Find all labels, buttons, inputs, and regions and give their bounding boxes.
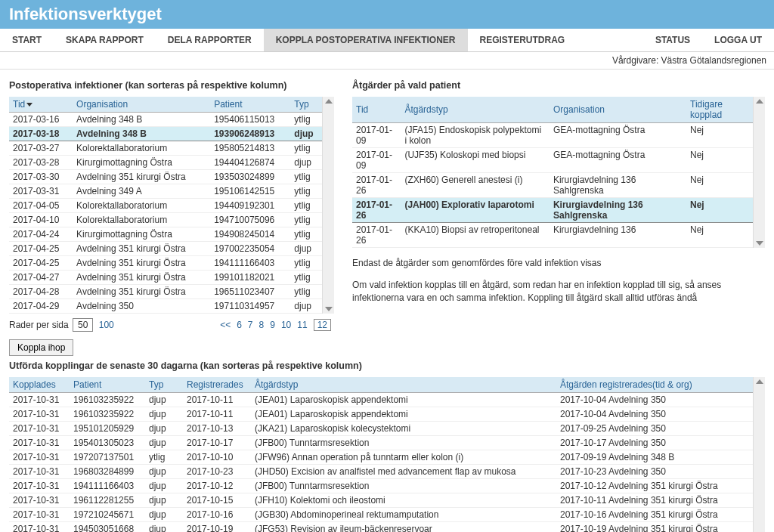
col-patient[interactable]: Patient [210,97,290,113]
table-row[interactable]: 2017-03-30Avdelning 351 kirurgi Östra193… [9,170,322,184]
page-link[interactable]: 6 [237,320,242,330]
right-section-title: Åtgärder på vald patient [352,80,765,91]
scrollbar[interactable] [322,97,334,314]
col-organisation[interactable]: Organisation [73,97,210,113]
nav-registerutdrag[interactable]: REGISTERUTDRAG [468,29,577,51]
acol-tidigare[interactable]: Tidigare kopplad [686,97,753,123]
rows-per-page-100[interactable]: 100 [99,320,114,330]
page-link[interactable]: 10 [281,320,291,330]
pager: Rader per sida 50 100 <<6789101112 [9,318,334,332]
scrollbar[interactable] [753,377,765,532]
infections-table: Tid Organisation Patient Typ 2017-03-16A… [9,97,322,314]
table-row[interactable]: 2017-04-24Kirurgimottagning Östra1949082… [9,227,322,242]
left-section-title: Postoperativa infektioner (kan sorteras … [9,80,334,91]
scrollbar[interactable] [753,97,765,248]
bcol-kopplades[interactable]: Kopplades [9,377,70,393]
page-link[interactable]: 7 [248,320,253,330]
couplings-table: Kopplades Patient Typ Registrerades Åtgä… [9,377,753,532]
table-row[interactable]: 2017-03-28Kirurgimottagning Östra1944041… [9,156,322,170]
page-link[interactable]: << [220,320,231,330]
table-row[interactable]: 2017-01-09(UJF35) Koloskopi med biopsiGE… [352,148,753,173]
bcol-atg-registrerades[interactable]: Åtgärden registrerades(tid & org) [556,377,753,393]
bcol-atgardstyp[interactable]: Åtgärdstyp [251,377,556,393]
sort-desc-icon [26,103,33,107]
page-link[interactable]: 8 [259,320,265,330]
acol-tid[interactable]: Tid [352,97,401,123]
table-row[interactable]: 2017-01-09(JFA15) Endoskopisk polypektom… [352,123,753,148]
table-row[interactable]: 2017-03-16Avdelning 348 B195406115013ytl… [9,113,322,127]
table-row[interactable]: 2017-04-28Avdelning 351 kirurgi Östra196… [9,285,322,299]
nav-status[interactable]: STATUS [643,29,702,51]
page-link[interactable]: 12 [314,319,331,331]
table-row[interactable]: 2017-10-31197207137501ytlig2017-10-10(JF… [9,450,753,465]
table-row[interactable]: 2017-10-31194503051668djup2017-10-19(JFG… [9,522,753,533]
nav-logga-ut[interactable]: LOGGA UT [702,29,774,51]
col-tid[interactable]: Tid [9,97,73,113]
rows-per-page-label: Rader per sida [9,320,69,330]
bottom-section-title: Utförda kopplingar de senaste 30 dagarna… [9,360,765,371]
col-typ[interactable]: Typ [290,97,322,113]
actions-table: Tid Åtgärdstyp Organisation Tidigare kop… [352,97,753,248]
nav-start[interactable]: START [0,29,54,51]
table-row[interactable]: 2017-03-31Avdelning 349 A195106142515ytl… [9,184,322,199]
table-row[interactable]: 2017-01-26(KKA10) Biopsi av retroperiton… [352,223,753,248]
table-row[interactable]: 2017-01-26(ZXH60) Generell anestesi (i)K… [352,173,753,198]
help-text-1: Endast de åtgärder som genomfördes före … [352,257,765,270]
acol-atgardstyp[interactable]: Åtgärdstyp [401,97,550,123]
help-text-2: Om vald infektion kopplas till en åtgärd… [352,279,765,305]
table-row[interactable]: 2017-10-31195401305023djup2017-10-17(JFB… [9,436,753,450]
table-row[interactable]: 2017-10-31195101205929djup2017-10-13(JKA… [9,422,753,436]
provider-label: Vårdgivare: Västra Götalandsregionen [0,52,774,70]
bcol-patient[interactable]: Patient [70,377,145,393]
table-row[interactable]: 2017-10-31196103235922djup2017-10-11(JEA… [9,407,753,422]
nav-dela-rapporter[interactable]: DELA RAPPORTER [156,29,264,51]
bcol-registrerades[interactable]: Registrerades [183,377,251,393]
rows-per-page-50[interactable]: 50 [73,318,93,332]
table-row[interactable]: 2017-10-31194111166403djup2017-10-12(JFB… [9,479,753,493]
page-link[interactable]: 11 [297,320,307,330]
table-row[interactable]: 2017-04-27Avdelning 351 kirurgi Östra199… [9,271,322,285]
table-row[interactable]: 2017-01-26(JAH00) Explorativ laparotomiK… [352,198,753,223]
koppla-ihop-button[interactable]: Koppla ihop [9,339,73,356]
table-row[interactable]: 2017-04-25Avdelning 351 kirurgi Östra197… [9,242,322,256]
table-row[interactable]: 2017-04-10Kolorektallaboratorium19471007… [9,213,322,227]
nav-koppla-postop[interactable]: KOPPLA POSTOPERATIVA INFEKTIONER [264,29,468,51]
table-row[interactable]: 2017-03-18Avdelning 348 B193906248913dju… [9,127,322,141]
table-row[interactable]: 2017-04-29Avdelning 350197110314957djup [9,299,322,314]
app-title: Infektionsverktyget [0,0,774,29]
table-row[interactable]: 2017-10-31196803284899djup2017-10-23(JHD… [9,465,753,479]
acol-organisation[interactable]: Organisation [550,97,686,123]
bcol-typ[interactable]: Typ [145,377,183,393]
page-link[interactable]: 9 [270,320,275,330]
table-row[interactable]: 2017-10-31196103235922djup2017-10-11(JEA… [9,393,753,407]
main-nav: START SKAPA RAPPORT DELA RAPPORTER KOPPL… [0,29,774,52]
table-row[interactable]: 2017-03-27Kolorektallaboratorium19580521… [9,141,322,156]
table-row[interactable]: 2017-04-25Avdelning 351 kirurgi Östra194… [9,256,322,271]
table-row[interactable]: 2017-04-05Kolorektallaboratorium19440919… [9,199,322,213]
table-row[interactable]: 2017-10-31196112281255djup2017-10-15(JFH… [9,493,753,508]
table-row[interactable]: 2017-10-31197210245671djup2017-10-16(JGB… [9,508,753,522]
nav-skapa-rapport[interactable]: SKAPA RAPPORT [54,29,156,51]
